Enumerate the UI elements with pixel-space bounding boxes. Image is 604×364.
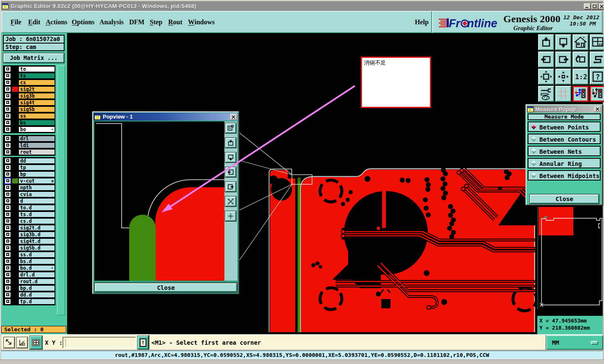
- toolbar-setup-tools-icon[interactable]: [538, 86, 554, 102]
- popview-pv-window-icon[interactable]: [225, 123, 236, 133]
- popview-pv-right-icon[interactable]: [225, 182, 236, 192]
- angle-snap-button[interactable]: OK: [17, 337, 28, 348]
- layer-name-sig5b.d[interactable]: sig5b.d: [19, 245, 55, 250]
- measure-option-between-contours[interactable]: Between Contours: [528, 134, 601, 144]
- layer-row-sig5b[interactable]: sig5b: [3, 107, 55, 112]
- toolbar-zoom-extents-icon[interactable]: [538, 69, 554, 85]
- toolbar-home-view-icon[interactable]: [573, 34, 588, 50]
- layer-name-dd.d[interactable]: dd.d: [19, 292, 55, 297]
- menu-actions[interactable]: Actions: [46, 18, 68, 26]
- layer-checkbox-tp[interactable]: [5, 165, 10, 170]
- layer-checkbox-bp[interactable]: [5, 172, 10, 177]
- layer-row-rout.d[interactable]: rout.d: [3, 279, 55, 284]
- measure-close-button[interactable]: Close: [529, 194, 599, 204]
- layer-list-scrollbar[interactable]: [57, 65, 65, 315]
- popview-canvas[interactable]: [94, 121, 224, 281]
- layer-name-ss.d[interactable]: ss.d: [19, 252, 55, 257]
- layer-row-to[interactable]: to: [3, 67, 55, 72]
- layer-checkbox-ts.d[interactable]: [5, 212, 10, 217]
- layer-checkbox-sig2t[interactable]: [5, 87, 10, 92]
- layer-row-ss.d[interactable]: ss.d: [3, 252, 55, 257]
- layer-checkbox-sig5b[interactable]: [5, 107, 10, 112]
- layer-name-tp[interactable]: tp: [19, 165, 55, 170]
- radio-selected-icon[interactable]: [531, 124, 536, 129]
- layer-row-cs[interactable]: cs: [3, 80, 55, 85]
- menu-help[interactable]: Help: [415, 18, 429, 26]
- menu-step[interactable]: Step: [150, 18, 162, 26]
- grid-toggle-button[interactable]: [30, 336, 42, 349]
- layer-row-sig4t.d[interactable]: sig4t.d: [3, 239, 55, 244]
- measure-option-between-nets[interactable]: Between Nets: [528, 146, 601, 156]
- popview-close-button[interactable]: Close: [94, 283, 237, 292]
- layer-swatch-sig2t[interactable]: [12, 87, 18, 92]
- layer-checkbox-drl[interactable]: [5, 136, 10, 141]
- layer-row-tp[interactable]: tp: [3, 165, 55, 170]
- toolbar-redraw-icon[interactable]: [573, 52, 588, 67]
- minimize-button[interactable]: [584, 3, 591, 9]
- layer-name-rout.d[interactable]: rout.d: [19, 279, 55, 284]
- layer-checkbox-to.d[interactable]: [5, 205, 10, 210]
- layer-row-to.d[interactable]: to.d: [3, 205, 55, 210]
- layer-name-to.d[interactable]: to.d: [19, 205, 55, 210]
- layer-row-sig2t.d[interactable]: sig2t.d: [3, 225, 55, 230]
- layer-checkbox-tp.d[interactable]: [5, 299, 10, 304]
- layer-row-npth[interactable]: npth: [3, 185, 55, 190]
- alert-button[interactable]: !: [138, 336, 148, 349]
- layer-name-ts[interactable]: ts: [19, 73, 55, 78]
- overview-panel[interactable]: [537, 207, 603, 310]
- layer-row-sig4t[interactable]: sig4t: [3, 100, 55, 105]
- layer-row-ts[interactable]: ts: [3, 73, 55, 78]
- layer-name-bs.d[interactable]: bs.d: [19, 259, 55, 264]
- layer-checkbox-cvia[interactable]: [5, 192, 10, 197]
- layer-row-d[interactable]: d: [3, 199, 55, 204]
- layer-checkbox-sig3b.d[interactable]: [5, 232, 10, 237]
- layer-row-ts.d[interactable]: ts.d: [3, 212, 55, 217]
- layer-row-drl[interactable]: drl: [3, 136, 55, 141]
- menu-dfm[interactable]: DFM: [129, 18, 144, 26]
- layer-checkbox-drl.d[interactable]: [5, 272, 10, 277]
- layer-name-drl[interactable]: drl: [19, 136, 55, 141]
- menu-windows[interactable]: Windows: [188, 18, 215, 26]
- measure-title-bar[interactable]: Measure Popup: [527, 106, 601, 113]
- layer-name-bp[interactable]: bp: [19, 172, 55, 177]
- radio-unselected-icon[interactable]: [531, 136, 536, 142]
- toolbar-pan-left-icon[interactable]: [538, 52, 554, 67]
- layer-row-sig5b.d[interactable]: sig5b.d: [3, 245, 55, 250]
- layer-checkbox-cs.d[interactable]: [5, 219, 10, 224]
- layer-checkbox-ss[interactable]: [5, 114, 10, 119]
- layer-checkbox-bp.d[interactable]: [5, 286, 10, 291]
- popview-pv-down-icon[interactable]: [225, 152, 236, 163]
- layer-checkbox-npth[interactable]: [5, 185, 10, 190]
- layer-name-bp.d[interactable]: bp.d: [19, 286, 55, 291]
- layer-checkbox-sig2t.d[interactable]: [5, 225, 10, 230]
- layer-name-rout[interactable]: rout: [19, 150, 55, 155]
- layer-checkbox-bo.d[interactable]: [5, 266, 10, 271]
- layer-checkbox-bs[interactable]: [5, 120, 10, 125]
- layer-checkbox-ss.d[interactable]: [5, 252, 10, 257]
- layer-checkbox-d[interactable]: [5, 199, 10, 204]
- layer-name-bs[interactable]: bs: [19, 120, 55, 125]
- measure-option-between-points[interactable]: Between Points: [528, 121, 601, 132]
- layer-swatch-v-cut[interactable]: [12, 178, 18, 183]
- layer-checkbox-ts[interactable]: [5, 73, 10, 78]
- menu-edit[interactable]: Edit: [28, 18, 40, 26]
- layer-name-npth[interactable]: npth: [19, 185, 55, 190]
- toolbar-netlist-compare-icon[interactable]: [590, 86, 604, 102]
- layer-checkbox-v-cut[interactable]: [5, 178, 10, 183]
- job-matrix-button[interactable]: Job Matrix ...: [3, 53, 65, 63]
- layer-checkbox-to[interactable]: [5, 67, 10, 72]
- layer-name-sig3b.d[interactable]: sig3b.d: [19, 232, 55, 237]
- close-button[interactable]: [599, 3, 604, 9]
- layer-checkbox-sig4t[interactable]: [5, 100, 10, 105]
- layer-name-sig4t.d[interactable]: sig4t.d: [19, 239, 55, 244]
- layer-row-ss[interactable]: ss: [3, 114, 55, 119]
- layer-row-bo.d[interactable]: bo.d➤: [3, 266, 55, 271]
- measure-tool-button[interactable]: [4, 337, 15, 348]
- radio-unselected-icon[interactable]: [531, 173, 536, 178]
- layer-checkbox-rout.d[interactable]: [5, 279, 10, 284]
- layer-name-bo.d[interactable]: bo.d➤: [19, 266, 55, 271]
- toolbar-route-s-icon[interactable]: [590, 52, 604, 67]
- layer-name-sig2t[interactable]: sig2t: [19, 87, 55, 92]
- popview-close-icon[interactable]: [230, 114, 237, 120]
- popview-pv-in-icon[interactable]: [225, 196, 236, 207]
